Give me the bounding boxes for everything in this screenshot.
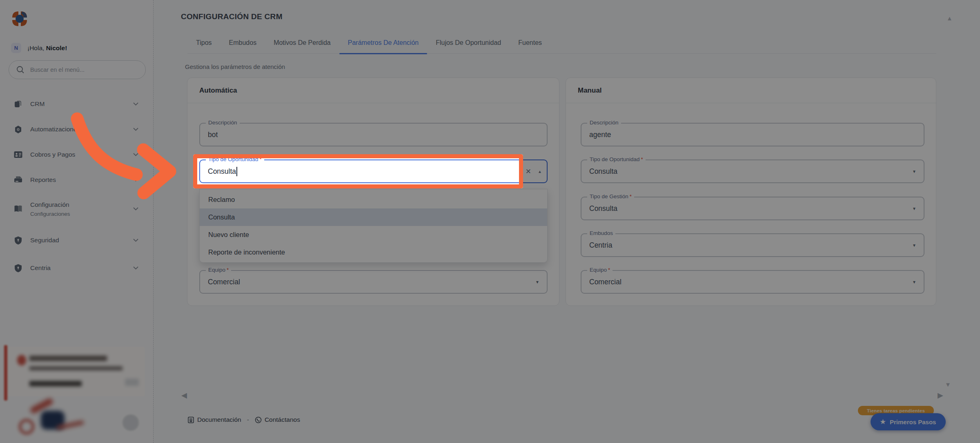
clear-icon[interactable]: ✕ bbox=[526, 167, 531, 176]
automatica-equipo-select[interactable]: Equipo* Comercial ▼ bbox=[199, 270, 548, 294]
contact-link[interactable]: Contáctanos bbox=[255, 416, 300, 423]
security-shield-icon bbox=[13, 236, 22, 245]
sidebar: N ¡Hola, Nicole! CRM bbox=[0, 0, 154, 443]
phone-icon bbox=[255, 416, 262, 423]
tab-motivos-de-perdida[interactable]: Motivos De Perdida bbox=[265, 32, 339, 53]
search-icon bbox=[16, 65, 25, 74]
automatica-descripcion-field[interactable]: Descripción bot bbox=[199, 123, 548, 146]
panel-automatica-title: Automática bbox=[187, 78, 559, 103]
select-caret-icon[interactable]: ▼ bbox=[912, 243, 916, 248]
sidebar-item-crm[interactable]: CRM bbox=[0, 91, 153, 117]
manual-tipo-oportunidad-select[interactable]: Tipo de Oportunidad* Consulta ▼ bbox=[581, 159, 924, 183]
chevron-down-icon bbox=[133, 207, 138, 210]
select-caret-icon[interactable]: ▼ bbox=[912, 169, 916, 174]
scroll-up-icon[interactable]: ▲ bbox=[947, 15, 953, 22]
dropdown-option-nuevo-cliente[interactable]: Nuevo cliente bbox=[200, 226, 547, 244]
chevron-down-icon bbox=[133, 239, 138, 242]
crm-icon bbox=[13, 100, 22, 109]
tab-parametros-de-atencion[interactable]: Parámetros De Atención bbox=[339, 32, 427, 53]
payments-icon bbox=[13, 150, 22, 159]
page-subtitle: Gestiona los parámetros de atención bbox=[185, 63, 285, 70]
carousel-prev-icon[interactable]: ◀ bbox=[181, 391, 187, 400]
app-logo-icon bbox=[10, 9, 29, 29]
dropdown-option-reporte-de-inconveniente[interactable]: Reporte de inconveniente bbox=[200, 244, 547, 261]
manual-embudos-select[interactable]: Embudos Centria ▼ bbox=[581, 233, 924, 257]
search-input[interactable] bbox=[9, 60, 146, 79]
reports-icon bbox=[13, 175, 22, 184]
chevron-down-icon bbox=[133, 102, 138, 106]
select-caret-icon[interactable]: ▼ bbox=[912, 280, 916, 284]
configuration-icon bbox=[13, 204, 22, 213]
star-icon: ★ bbox=[880, 418, 886, 425]
documentation-link[interactable]: Documentación bbox=[187, 416, 241, 423]
sidebar-item-seguridad[interactable]: Seguridad bbox=[0, 228, 153, 253]
centria-shield-icon bbox=[13, 264, 22, 272]
automatica-descripcion-value: bot bbox=[208, 124, 218, 146]
greeting: N ¡Hola, Nicole! bbox=[11, 43, 67, 53]
select-caret-icon[interactable]: ▼ bbox=[535, 280, 539, 284]
sidebar-item-centria[interactable]: Centria bbox=[0, 255, 153, 281]
carousel-next-icon[interactable]: ▶ bbox=[938, 391, 943, 400]
document-icon bbox=[187, 416, 194, 423]
blurred-notification-card bbox=[4, 347, 145, 396]
select-caret-icon[interactable]: ▼ bbox=[912, 206, 916, 211]
panel-manual: Manual Descripción agente Tipo de Oportu… bbox=[566, 78, 936, 306]
user-avatar: N bbox=[11, 43, 21, 53]
greeting-text: ¡Hola, Nicole! bbox=[27, 44, 67, 52]
tipo-oportunidad-dropdown: Reclamo Consulta Nuevo cliente Reporte d… bbox=[199, 189, 548, 263]
notification-accent-bar bbox=[4, 345, 7, 401]
chevron-down-icon bbox=[133, 178, 138, 182]
tab-fuentes[interactable]: Fuentes bbox=[510, 32, 550, 53]
panel-automatica: Automática Descripción bot Tipo de Oport… bbox=[187, 78, 559, 306]
tab-bar: Tipos Embudos Motivos De Perdida Parámet… bbox=[187, 32, 936, 54]
manual-equipo-select[interactable]: Equipo* Comercial ▼ bbox=[581, 270, 924, 294]
blurred-fab-button[interactable] bbox=[122, 414, 139, 431]
tab-embudos[interactable]: Embudos bbox=[220, 32, 265, 53]
first-steps-button[interactable]: ★ Primeros Pasos bbox=[871, 413, 946, 430]
sidebar-item-reportes[interactable]: Reportes bbox=[0, 167, 153, 193]
sidebar-search bbox=[9, 60, 146, 79]
collapse-dropdown-icon[interactable]: ▲ bbox=[538, 169, 542, 174]
scroll-down-icon[interactable]: ▼ bbox=[945, 381, 951, 388]
text-cursor bbox=[236, 167, 237, 176]
manual-descripcion-field[interactable]: Descripción agente bbox=[581, 123, 924, 146]
sidebar-subitem-configuraciones[interactable]: Configuraciones bbox=[30, 211, 70, 217]
chevron-down-icon bbox=[133, 128, 138, 131]
footer-separator: - bbox=[247, 416, 249, 423]
panel-manual-title: Manual bbox=[566, 78, 936, 103]
chevron-down-icon bbox=[133, 266, 138, 270]
chevron-down-icon bbox=[133, 153, 138, 156]
blurred-text-line bbox=[29, 366, 122, 370]
tab-tipos[interactable]: Tipos bbox=[187, 32, 220, 53]
sidebar-item-configuracion[interactable]: Configuración Configuraciones bbox=[0, 193, 153, 225]
dropdown-option-consulta[interactable]: Consulta bbox=[200, 208, 547, 226]
sidebar-nav: CRM Automatizaciones bbox=[0, 91, 153, 281]
blurred-brand-logo bbox=[17, 402, 99, 432]
page-title: CONFIGURACIÓN DE CRM bbox=[181, 12, 283, 21]
tab-flujos-de-oportunidad[interactable]: Flujos De Oportunidad bbox=[427, 32, 510, 53]
dropdown-option-reclamo[interactable]: Reclamo bbox=[200, 191, 547, 208]
tipo-oportunidad-input[interactable]: Consulta bbox=[208, 160, 237, 182]
sidebar-item-cobros-pagos[interactable]: Cobros y Pagos bbox=[0, 142, 153, 167]
blurred-text-line bbox=[29, 356, 107, 361]
blurred-alert-icon bbox=[17, 355, 26, 365]
automatica-tipo-oportunidad-combobox[interactable]: Tipo de Oportunidad* Consulta ✕ ▲ bbox=[199, 159, 548, 183]
manual-tipo-gestion-select[interactable]: Tipo de Gestión* Consulta ▼ bbox=[581, 197, 924, 220]
blurred-text-line bbox=[29, 381, 82, 386]
automation-icon bbox=[13, 125, 22, 134]
sidebar-item-automatizaciones[interactable]: Automatizaciones bbox=[0, 117, 153, 142]
blurred-action bbox=[125, 379, 139, 386]
footer: Documentación - Contáctanos bbox=[187, 416, 300, 423]
